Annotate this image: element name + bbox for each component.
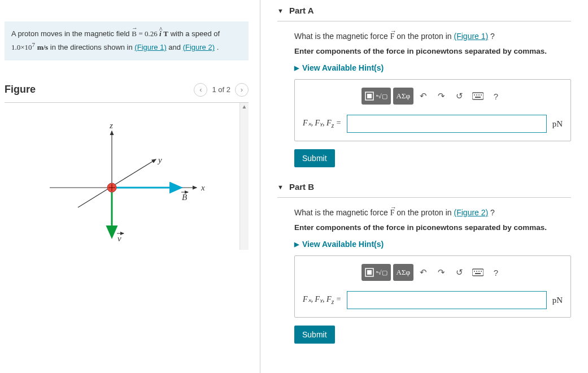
part-B-question: What is the magnetic force F on the prot… [294, 208, 571, 218]
part-B-answer-box: ⁿ√▢ ΑΣφ ↶ ↷ ↺ ? Fₓ, Fᵧ, Fz = [294, 255, 571, 318]
part-B-figure-link[interactable]: (Figure 2) [454, 208, 489, 217]
part-A-figure-link[interactable]: (Figure 1) [454, 32, 489, 41]
svg-rect-12 [472, 93, 484, 99]
keyboard-icon[interactable] [470, 266, 486, 279]
part-A-toolbar: ⁿ√▢ ΑΣφ ↶ ↷ ↺ ? [303, 88, 563, 105]
part-B-unit: pN [552, 296, 563, 305]
scroll-up-arrow[interactable]: ▲ [241, 103, 249, 111]
template-icon [365, 268, 374, 277]
part-A-submit-button[interactable]: Submit [294, 149, 335, 167]
problem-and: and [168, 43, 182, 51]
svg-point-22 [476, 271, 477, 272]
problem-dot: . [217, 43, 219, 51]
problem-text: A proton moves in the magnetic field [11, 29, 132, 38]
y-axis-label: y [157, 155, 162, 164]
problem-eq: = 0.26 [138, 29, 159, 38]
help-icon[interactable]: ? [488, 266, 504, 279]
svg-point-15 [478, 94, 480, 96]
figure-next-button[interactable]: › [235, 83, 249, 97]
v-label: v [117, 234, 121, 243]
figure1-link[interactable]: (Figure 1) [134, 43, 166, 51]
svg-rect-11 [367, 94, 372, 98]
part-A-title: Part A [289, 6, 314, 15]
template-icon [365, 92, 374, 101]
part-A: ▼ Part A What is the magnetic force F on… [277, 6, 571, 167]
svg-point-13 [474, 94, 475, 96]
speed-units: m/s [37, 43, 49, 51]
svg-rect-20 [472, 269, 484, 276]
z-axis-label: z [109, 121, 113, 130]
part-B-answer-label: Fₓ, Fᵧ, Fz = [303, 294, 341, 306]
undo-icon[interactable]: ↶ [416, 89, 432, 103]
svg-rect-19 [367, 270, 372, 275]
undo-icon[interactable]: ↶ [416, 266, 432, 279]
part-B-submit-button[interactable]: Submit [294, 326, 335, 344]
part-A-unit: pN [552, 119, 563, 129]
speed-value: 1.0×10 [11, 43, 32, 51]
reset-icon[interactable]: ↺ [452, 89, 468, 103]
part-A-question: What is the magnetic force F on the prot… [294, 32, 571, 41]
x-axis-label: x [201, 183, 205, 192]
svg-line-2 [78, 159, 156, 207]
svg-point-24 [481, 271, 482, 272]
reset-icon[interactable]: ↺ [452, 266, 468, 279]
F-vector: F [390, 209, 395, 218]
collapse-icon[interactable]: ▼ [277, 7, 284, 14]
figure2-link[interactable]: (Figure 2) [183, 43, 215, 51]
units-T: T [163, 29, 168, 38]
svg-rect-17 [475, 97, 481, 98]
svg-point-16 [481, 94, 482, 96]
part-B-title: Part B [289, 182, 314, 192]
part-B-answer-input[interactable] [347, 291, 547, 309]
keyboard-icon[interactable] [470, 89, 486, 103]
B-vector: B [132, 28, 137, 40]
problem-with-speed: with a speed of [171, 29, 220, 38]
svg-rect-25 [475, 273, 481, 274]
part-B-hint-toggle[interactable]: ▶ View Available Hint(s) [294, 240, 571, 249]
part-B-toolbar: ⁿ√▢ ΑΣφ ↶ ↷ ↺ ? [303, 264, 563, 281]
figure-prev-button[interactable]: ‹ [194, 83, 207, 97]
B-label: B [182, 193, 187, 202]
figure-scrollbar[interactable]: ▲ [239, 103, 249, 250]
part-B: ▼ Part B What is the magnetic force F on… [277, 182, 571, 344]
collapse-icon[interactable]: ▼ [277, 184, 284, 190]
F-vector: F [390, 32, 395, 41]
help-icon[interactable]: ? [488, 89, 504, 103]
svg-point-21 [474, 271, 475, 272]
svg-point-23 [478, 271, 480, 272]
i-hat: i [159, 28, 162, 40]
figure-diagram: x y z B v [5, 103, 242, 250]
problem-statement: A proton moves in the magnetic field B =… [5, 21, 249, 60]
figure-pager: 1 of 2 [212, 85, 230, 94]
part-A-answer-box: ⁿ√▢ ΑΣφ ↶ ↷ ↺ ? Fₓ, Fᵧ, Fz = [294, 79, 571, 141]
redo-icon[interactable]: ↷ [434, 266, 450, 279]
figure-title: Figure [5, 84, 36, 96]
part-A-hint-toggle[interactable]: ▶ View Available Hint(s) [294, 63, 571, 72]
part-A-answer-input[interactable] [347, 115, 547, 133]
caret-right-icon: ▶ [294, 64, 299, 72]
part-B-instruction: Enter components of the force in piconew… [294, 223, 571, 232]
problem-dirs: in the directions shown in [50, 43, 135, 51]
greek-tool[interactable]: ΑΣφ [393, 88, 413, 105]
template-tool[interactable]: ⁿ√▢ [361, 88, 391, 105]
svg-point-14 [476, 94, 477, 96]
greek-tool[interactable]: ΑΣφ [393, 264, 413, 281]
speed-exp: 7 [32, 41, 35, 48]
part-A-answer-label: Fₓ, Fᵧ, Fz = [303, 118, 341, 129]
template-tool[interactable]: ⁿ√▢ [361, 264, 391, 281]
part-A-instruction: Enter components of the force in piconew… [294, 47, 571, 55]
caret-right-icon: ▶ [294, 241, 299, 248]
redo-icon[interactable]: ↷ [434, 89, 450, 103]
